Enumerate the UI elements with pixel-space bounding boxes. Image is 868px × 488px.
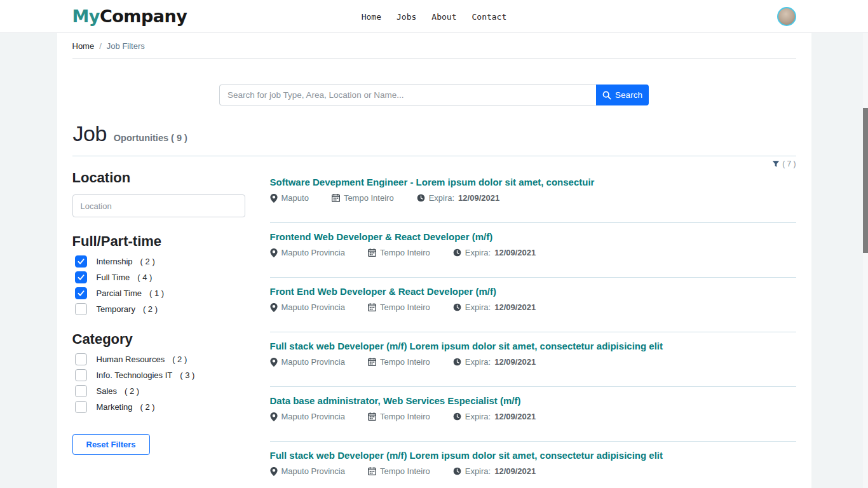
job-expiry: Expira: 12/09/2021 xyxy=(453,357,536,367)
top-header: MyCompany HomeJobsAboutContact xyxy=(0,0,868,33)
search-group: Search xyxy=(219,85,649,105)
job-title[interactable]: Frontend Web Developer & React Developer… xyxy=(270,231,796,242)
page-title: Job xyxy=(73,121,107,146)
location-pin-icon xyxy=(270,248,278,257)
job-location: Maputo Provincia xyxy=(270,412,345,421)
checkbox[interactable] xyxy=(75,287,87,299)
checkbox[interactable] xyxy=(75,369,87,381)
funnel-icon[interactable] xyxy=(772,160,780,168)
calendar-icon xyxy=(368,248,376,257)
nav-item[interactable]: About xyxy=(431,12,456,22)
option-label: Internship xyxy=(97,257,133,266)
job-list-item: Full stack web Developer (m/f) Lorem ips… xyxy=(270,442,796,488)
nav-item[interactable]: Contact xyxy=(471,12,506,22)
job-title[interactable]: Front End Web Developer & React Develope… xyxy=(270,286,796,297)
checkbox[interactable] xyxy=(75,303,87,315)
job-expiry: Expira: 12/09/2021 xyxy=(453,302,536,312)
checkbox[interactable] xyxy=(75,255,87,268)
location-pin-icon xyxy=(270,467,278,476)
page-title-row: Job Oportunities ( 9 ) xyxy=(72,121,796,146)
calendar-icon xyxy=(368,303,376,311)
results-region: ( 7 ) Location Full/Part-time Internship… xyxy=(72,156,796,488)
job-expires-label: Expira: xyxy=(465,248,491,257)
category-options: Human Resources ( 2 ) Info. Technologies… xyxy=(72,353,245,413)
scrollbar-thumb[interactable] xyxy=(863,108,868,253)
active-filters-indicator: ( 7 ) xyxy=(72,156,796,168)
job-expires-label: Expira: xyxy=(465,466,491,476)
job-expires-date: 12/09/2021 xyxy=(494,466,536,476)
job-location-text: Maputo Provincia xyxy=(281,248,345,257)
option-label: Human Resources xyxy=(97,355,165,364)
job-expiry: Expira: 12/09/2021 xyxy=(453,466,536,476)
calendar-icon xyxy=(368,467,376,475)
filter-option-row: Temporary ( 2 ) xyxy=(75,303,245,315)
job-expiry: Expira: 12/09/2021 xyxy=(453,412,536,421)
job-meta: Maputo Provincia Temp xyxy=(270,302,796,312)
search-button[interactable]: Search xyxy=(596,85,649,105)
location-pin-icon xyxy=(270,412,278,421)
option-count: ( 2 ) xyxy=(140,402,155,412)
search-button-label: Search xyxy=(615,90,642,100)
job-list-item: Data base administrator, Web Services Es… xyxy=(270,387,796,442)
nav-item[interactable]: Home xyxy=(362,12,381,22)
job-location-text: Maputo Provincia xyxy=(281,412,345,421)
job-type: Tempo Inteiro xyxy=(368,302,430,312)
job-expires-date: 12/09/2021 xyxy=(494,412,536,421)
job-list-item: Front End Web Developer & React Develope… xyxy=(270,278,796,332)
breadcrumb: Home / Job Filters xyxy=(72,33,796,59)
location-input[interactable] xyxy=(72,194,245,217)
active-filter-count: ( 7 ) xyxy=(782,159,796,168)
clock-icon xyxy=(453,467,461,475)
breadcrumb-current: Job Filters xyxy=(107,41,145,51)
page-title-count: Oportunities ( 9 ) xyxy=(114,133,187,143)
option-count: ( 2 ) xyxy=(172,355,187,364)
job-expires-date: 12/09/2021 xyxy=(458,193,499,203)
option-label: Temporary xyxy=(97,304,135,314)
job-location-text: Maputo Provincia xyxy=(281,302,345,312)
clock-icon xyxy=(453,358,461,366)
checkbox[interactable] xyxy=(75,401,87,413)
user-avatar[interactable] xyxy=(777,7,796,26)
category-heading: Category xyxy=(72,331,245,348)
job-title[interactable]: Software Devepment Engineer - Lorem ipsu… xyxy=(270,177,796,187)
filter-option-row: Sales ( 2 ) xyxy=(75,385,245,397)
checkbox[interactable] xyxy=(75,271,87,283)
job-location-text: Maputo xyxy=(281,193,309,203)
checkbox[interactable] xyxy=(75,353,87,365)
page-container: Home / Job Filters Search Job Oportuniti… xyxy=(57,33,811,488)
job-expires-date: 12/09/2021 xyxy=(494,302,536,312)
job-type-text: Tempo Inteiro xyxy=(380,412,430,421)
job-expires-label: Expira: xyxy=(465,357,491,367)
scrollbar-track[interactable] xyxy=(863,0,868,488)
option-count: ( 2 ) xyxy=(140,257,155,266)
search-input[interactable] xyxy=(219,85,596,105)
job-expires-label: Expira: xyxy=(465,302,491,312)
job-expires-label: Expira: xyxy=(465,412,491,421)
filter-option-row: Full Time ( 4 ) xyxy=(75,271,245,283)
filter-option-row: Marketing ( 2 ) xyxy=(75,401,245,413)
job-expires-label: Expira: xyxy=(429,193,454,203)
location-pin-icon xyxy=(270,194,278,203)
job-meta: Maputo Provincia Temp xyxy=(270,466,796,476)
job-list-item: Full stack web Developer (m/f) Lorem ips… xyxy=(270,332,796,387)
breadcrumb-home-link[interactable]: Home xyxy=(72,41,95,51)
job-meta: Maputo Provincia Temp xyxy=(270,357,796,367)
job-title[interactable]: Full stack web Developer (m/f) Lorem ips… xyxy=(270,341,796,351)
checkbox[interactable] xyxy=(75,385,87,397)
job-type-text: Tempo Inteiro xyxy=(380,357,430,367)
job-title[interactable]: Full stack web Developer (m/f) Lorem ips… xyxy=(270,450,796,461)
option-count: ( 2 ) xyxy=(125,386,139,396)
nav-item[interactable]: Jobs xyxy=(397,12,416,22)
reset-filters-button[interactable]: Reset Filters xyxy=(72,434,150,455)
company-logo[interactable]: MyCompany xyxy=(72,6,187,26)
job-list-item: Frontend Web Developer & React Developer… xyxy=(270,223,796,278)
location-pin-icon xyxy=(270,358,278,367)
filter-option-row: Internship ( 2 ) xyxy=(75,255,245,268)
employment-options: Internship ( 2 ) Full Time ( 4 ) Parcial… xyxy=(72,255,245,315)
job-location-text: Maputo Provincia xyxy=(281,466,345,476)
job-title[interactable]: Data base administrator, Web Services Es… xyxy=(270,395,796,406)
filters-sidebar: Location Full/Part-time Internship ( 2 )… xyxy=(72,168,245,488)
option-count: ( 2 ) xyxy=(143,304,158,314)
job-type: Tempo Inteiro xyxy=(368,248,430,257)
job-meta: Maputo Tempo Inteiro xyxy=(270,193,796,203)
